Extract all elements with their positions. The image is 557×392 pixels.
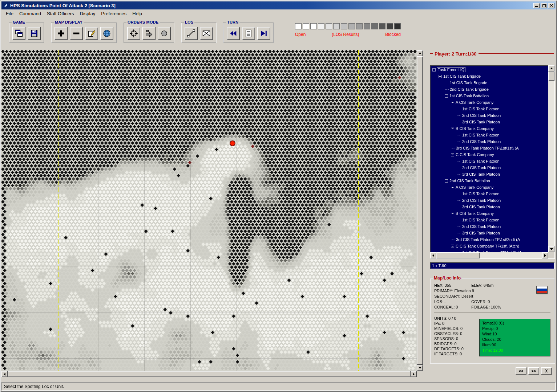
menu-staff-officers[interactable]: Staff Officers: [44, 10, 77, 17]
tree-item[interactable]: A CIS Tank Company: [430, 99, 548, 106]
tree-item[interactable]: 3rd CIS Tank Platoon: [430, 204, 548, 210]
tree-item[interactable]: 2nd CIS Tank Brigade: [430, 86, 548, 93]
tree-item[interactable]: C CIS Tank Company: [430, 151, 548, 158]
tree-vscroll-track[interactable]: [548, 81, 554, 246]
tree-item[interactable]: 3rd CIS Tank Platoon: [430, 119, 548, 125]
tree-item[interactable]: B CIS Tank Company: [430, 125, 548, 132]
tree-scroll-down-button[interactable]: [548, 246, 554, 252]
turn-report-button[interactable]: [242, 27, 255, 40]
tree-hscroll-track[interactable]: [480, 252, 542, 258]
expand-toggle-icon[interactable]: [451, 186, 454, 189]
tree-connector: [457, 220, 461, 220]
scroll-right-button[interactable]: [411, 371, 417, 377]
zoom-in-button[interactable]: [55, 27, 68, 40]
tree-hscroll-thumb[interactable]: [436, 252, 480, 258]
tree-connector: [445, 89, 449, 90]
tree-item[interactable]: 1st CIS Tank Platoon: [430, 217, 548, 223]
arrow-down-icon: [550, 248, 553, 250]
legend-swatch: [394, 23, 401, 29]
tree-item[interactable]: A CIS Tank Company: [430, 184, 548, 191]
menu-help[interactable]: Help: [129, 10, 145, 17]
tree-item[interactable]: 1st CIS Tank Battalion: [430, 93, 548, 99]
tree-item[interactable]: 1st CIS Tank Platoon: [430, 158, 548, 164]
tree-item-label: 3rd CIS Tank Platoon: [462, 231, 500, 235]
tree-item[interactable]: Task Force HQ: [430, 66, 548, 73]
tree-item[interactable]: 3rd CIS Tank Platoon TF\1st\2nd\ (A: [430, 236, 548, 243]
tree-item[interactable]: 1st CIS Tank Platoon TF\1st\C\ (A: [430, 249, 548, 252]
tree-scroll-left-button[interactable]: [430, 252, 436, 258]
tree-item[interactable]: 2nd CIS Tank Battalion: [430, 177, 548, 184]
next-turn-button[interactable]: [257, 27, 270, 40]
menu-command[interactable]: Command: [16, 10, 44, 17]
tree-vscroll-thumb[interactable]: [548, 72, 554, 81]
tree-scroll-up-button[interactable]: [548, 65, 554, 72]
expand-toggle-icon[interactable]: [432, 68, 436, 72]
los-line-button[interactable]: [185, 27, 198, 40]
menu-preferences[interactable]: Preferences: [98, 10, 129, 17]
tree-item-label: 2nd CIS Tank Brigade: [450, 87, 489, 91]
hex-map[interactable]: [1, 50, 417, 371]
tree-item[interactable]: 3rd CIS Tank Platoon TF\1st\1st\ (A: [430, 145, 548, 151]
expand-toggle-icon[interactable]: [451, 212, 454, 215]
tree-item[interactable]: 1st CIS Tank Platoon: [430, 132, 548, 138]
expand-toggle-icon[interactable]: [451, 101, 454, 104]
move-order-button[interactable]: [142, 27, 156, 40]
close-panel-button[interactable]: X: [541, 367, 552, 375]
close-button[interactable]: [548, 3, 554, 8]
world-view-button[interactable]: [100, 27, 113, 40]
tree-item[interactable]: 3rd CIS Tank Platoon: [430, 171, 548, 177]
next-unit-button[interactable]: >>: [528, 367, 539, 375]
new-scenario-icon: [15, 29, 23, 38]
loc-stat: SENSORS: 0: [434, 336, 479, 341]
tree-item[interactable]: 2nd CIS Tank Platoon: [430, 138, 548, 145]
expand-toggle-icon[interactable]: [445, 94, 448, 98]
tree-item[interactable]: 1st CIS Tank Brigade: [430, 73, 548, 79]
loc-stat: DF TARGETS: 0: [434, 346, 479, 351]
expand-toggle-icon[interactable]: [451, 153, 454, 156]
expand-toggle-icon[interactable]: [445, 179, 448, 183]
new-scenario-button[interactable]: [12, 27, 25, 40]
map-horizontal-scrollbar[interactable]: [1, 371, 417, 377]
tree-connector: [457, 115, 461, 116]
expand-toggle-icon[interactable]: [451, 245, 454, 248]
tree-item-label: C CIS Tank Company: [456, 152, 494, 157]
cover-value: COVER: 0: [471, 299, 490, 305]
map-vscroll-thumb[interactable]: [417, 56, 423, 365]
maximize-button[interactable]: [541, 3, 547, 8]
loc-stat: OBSTACLES: 0: [434, 331, 479, 336]
expand-toggle-icon[interactable]: [439, 75, 442, 78]
weather-line: Clouds: 20: [482, 337, 548, 342]
map-hscroll-thumb[interactable]: [8, 371, 411, 377]
scroll-down-button[interactable]: [417, 365, 423, 371]
tree-item[interactable]: 2nd CIS Tank Platoon: [430, 197, 548, 204]
tree-horizontal-scrollbar[interactable]: [430, 252, 548, 258]
menu-display[interactable]: Display: [77, 10, 98, 17]
tree-item[interactable]: 1st CIS Tank Brigade: [430, 79, 548, 86]
expand-toggle-icon[interactable]: [451, 127, 454, 130]
save-button[interactable]: [28, 27, 41, 40]
rewind-turn-button[interactable]: [227, 27, 240, 40]
tree-item[interactable]: 2nd CIS Tank Platoon: [430, 164, 548, 171]
tree-item[interactable]: 3rd CIS Tank Platoon: [430, 230, 548, 236]
menu-file[interactable]: File: [3, 10, 16, 17]
tree-scrollbar-corner: [548, 252, 554, 258]
minimize-button[interactable]: [533, 3, 540, 8]
tree-item[interactable]: B CIS Tank Company: [430, 210, 548, 217]
tree-vertical-scrollbar[interactable]: [548, 65, 554, 252]
map-vertical-scrollbar[interactable]: [417, 50, 423, 371]
scroll-up-button[interactable]: [417, 50, 423, 56]
scroll-left-button[interactable]: [1, 371, 8, 377]
los-block-button[interactable]: [200, 27, 213, 40]
tree-item[interactable]: C CIS Tank Company TF\1st\ (Atch): [430, 243, 548, 249]
tree-connector: [457, 174, 461, 175]
tree-scroll-right-button[interactable]: [542, 252, 548, 258]
prev-unit-button[interactable]: <<: [516, 367, 526, 375]
tree-item[interactable]: 1st CIS Tank Platoon: [430, 191, 548, 197]
tree-item[interactable]: 1st CIS Tank Platoon: [430, 106, 548, 112]
area-order-button[interactable]: [158, 27, 171, 40]
edit-map-button[interactable]: [85, 27, 98, 40]
target-order-button[interactable]: [127, 27, 140, 40]
tree-item[interactable]: 2nd CIS Tank Platoon: [430, 112, 548, 119]
zoom-out-button[interactable]: [70, 27, 83, 40]
tree-item[interactable]: 2nd CIS Tank Platoon: [430, 223, 548, 230]
